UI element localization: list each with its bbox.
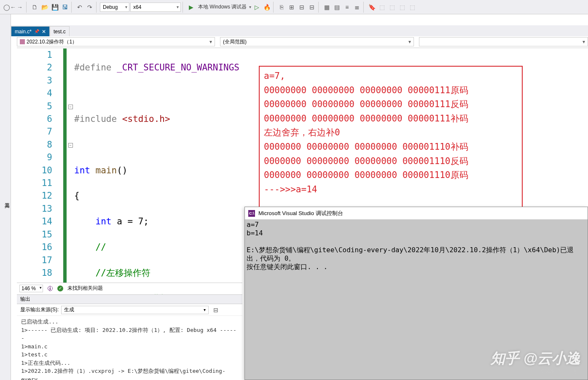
line-numbers: 123 456 789 101112 131415 161718 [17,49,63,283]
output-tool-icon[interactable]: ⊟ [211,305,220,315]
open-folder-icon[interactable]: 📂 [40,3,49,12]
nav-back-icon[interactable]: ◯← [5,3,14,12]
output-panel: 输出 显示输出来源(S): 生成 ⊟ 已启动生成... 1>------ 已启动… [17,294,242,380]
editor-status-bar: 146 % 🛈 ✓ 未找到相关问题 [17,283,242,294]
nav-fwd-icon[interactable]: → [15,3,24,12]
save-icon[interactable]: 💾 [50,3,59,12]
tool-icon-3[interactable]: ≡ [342,3,352,12]
tool-icon-4[interactable]: ≣ [352,3,362,12]
status-ok-icon: ✓ [57,286,63,291]
bm-prev-icon[interactable]: ⬚ [377,3,387,12]
bm-list-icon[interactable]: ⬚ [408,3,417,12]
tab-label: test.c [54,29,66,35]
tab-test-c[interactable]: test.c [50,26,70,36]
save-all-icon[interactable]: 🖫 [60,3,70,12]
new-item-icon[interactable]: 🗋 [30,3,39,12]
bookmark-icon[interactable]: 🔖 [367,3,376,12]
console-app-icon: C:\ [248,210,255,217]
scope-member-dropdown[interactable] [419,37,588,46]
output-text[interactable]: 已启动生成... 1>------ 已启动生成: 项目: 2022.10.2操作… [17,316,242,380]
redo-icon[interactable]: ↷ [85,3,94,12]
editor-tabs: main.c* 📌 ✕ test.c [11,25,588,36]
hot-reload-icon[interactable]: 🔥 [262,3,271,12]
tool-icon-2[interactable]: ▤ [332,3,341,12]
debugger-label[interactable]: 本地 Windows 调试器 [196,3,248,11]
start-debug-icon[interactable]: ▶ [186,3,196,12]
output-source-dropdown[interactable]: 生成 [61,306,209,314]
scope-left-dropdown[interactable]: 2022.10.2操作符（1） [17,37,215,46]
project-icon [20,39,25,44]
step-icon[interactable]: ⎘ [277,3,286,12]
tab-main-c[interactable]: main.c* 📌 ✕ [11,26,50,36]
status-message: 未找到相关问题 [67,285,103,292]
debug-console-window: C:\ Microsoft Visual Studio 调试控制台 a=7 b=… [244,207,588,380]
comment-icon[interactable]: ⊟ [297,3,306,12]
change-indicator [63,49,67,283]
toolbox-sidebar[interactable]: 工具箱 [0,14,11,380]
output-source-label: 显示输出来源(S): [20,306,59,313]
scope-right-dropdown[interactable]: (全局范围) [220,37,414,46]
bm-clear-icon[interactable]: ⬚ [397,3,407,12]
tab-label: main.c* [15,29,32,35]
output-toolbar: 显示输出来源(S): 生成 ⊟ [17,304,242,316]
undo-icon[interactable]: ↶ [75,3,84,12]
config-dropdown[interactable]: Debug [100,3,129,12]
pin-icon[interactable]: 📌 [34,29,39,34]
fold-icon[interactable]: − [68,143,73,148]
toolbox-icon[interactable]: ⊞ [287,3,296,12]
annotation-overlay: a=7, 00000000 00000000 00000000 00000111… [259,66,523,219]
uncomment-icon[interactable]: ⊟ [307,3,317,12]
zoom-dropdown[interactable]: 146 % [19,285,43,292]
console-titlebar[interactable]: C:\ Microsoft Visual Studio 调试控制台 [245,207,588,220]
close-icon[interactable]: ✕ [42,29,46,35]
bm-next-icon[interactable]: ⬚ [387,3,397,12]
start-nodebug-icon[interactable]: ▷ [252,3,261,12]
fold-icon[interactable]: − [68,105,73,109]
main-toolbar: ◯← → 🗋 📂 💾 🖫 ↶ ↷ Debug x64 ▶ 本地 Windows … [0,0,588,14]
console-title-text: Microsoft Visual Studio 调试控制台 [258,210,343,217]
code-nav-bar: 2022.10.2操作符（1） (全局范围) [17,37,588,48]
intellisense-icon[interactable]: 🛈 [47,285,53,292]
console-output[interactable]: a=7 b=14 E:\梦想杂货铺\编程\gitee\Coding-every-… [245,220,588,380]
tool-icon-1[interactable]: ▦ [322,3,331,12]
output-title[interactable]: 输出 [17,295,242,304]
platform-dropdown[interactable]: x64 [130,3,181,12]
fold-gutter: − − [67,49,74,283]
